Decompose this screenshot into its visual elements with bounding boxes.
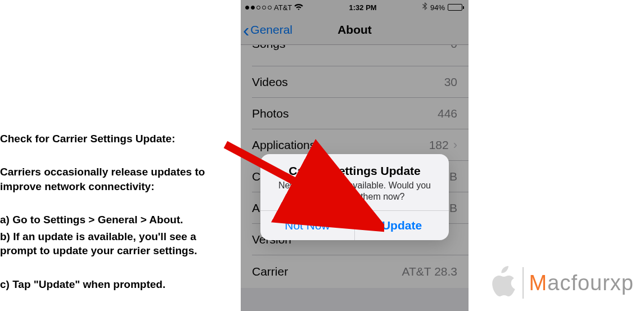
macfourxp-watermark: Macfourxp [490,266,634,300]
modal-title: Carrier Settings Update [271,164,439,178]
update-button[interactable]: Update [354,211,449,240]
instructions-text: Check for Carrier Settings Update: Carri… [0,132,222,294]
instructions-step-c: c) Tap "Update" when prompted. [0,277,222,292]
instructions-intro: Carriers occasionally release updates to… [0,165,222,193]
divider [523,267,524,299]
apple-icon [490,266,517,300]
phone-screenshot: AT&T 1:32 PM 94% ‹ General About Songs [241,0,469,311]
instructions-heading: Check for Carrier Settings Update: [0,132,222,146]
watermark-text: Macfourxp [529,271,634,295]
modal-header: Carrier Settings Update New settings are… [260,154,449,210]
carrier-update-modal: Carrier Settings Update New settings are… [260,154,449,240]
not-now-button[interactable]: Not Now [260,211,354,240]
watermark-m: M [529,271,548,295]
modal-buttons: Not Now Update [260,210,449,240]
watermark-rest: acfourxp [547,271,634,295]
modal-message: New settings are available. Would you li… [271,180,439,202]
instructions-step-a: a) Go to Settings > General > About. [0,213,222,227]
instructions-step-b: b) If an update is available, you'll see… [0,229,222,258]
